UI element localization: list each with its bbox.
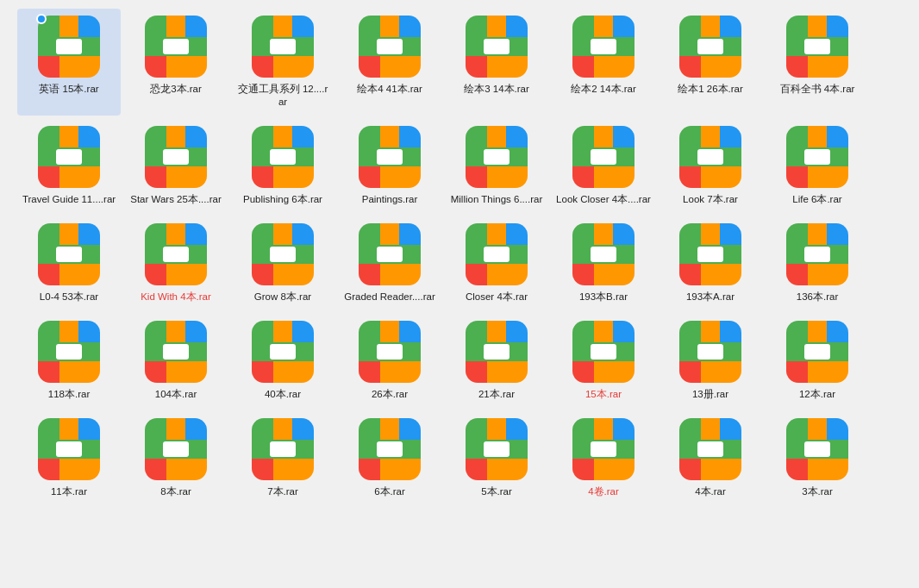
list-item[interactable]: 15本.rar [552, 314, 655, 408]
file-label: Life 6本.rar [792, 193, 841, 206]
file-label: Closer 4本.rar [466, 291, 528, 303]
file-icon [572, 223, 635, 285]
file-icon [145, 418, 207, 480]
file-label: L0-4 53本.rar [40, 291, 98, 303]
file-icon [679, 418, 741, 480]
file-grid: 英语 15本.rar恐龙3本.rar交通工具系列 12....rar绘本4 41… [0, 0, 919, 514]
list-item[interactable]: 5本.rar [445, 411, 548, 505]
list-item[interactable]: Look 7本.rar [659, 119, 762, 213]
file-icon [252, 223, 314, 285]
file-icon [679, 321, 741, 383]
list-item[interactable]: Graded Reader....rar [338, 216, 441, 310]
file-label: 13册.rar [692, 388, 728, 401]
list-item[interactable]: 8本.rar [124, 411, 228, 505]
file-label: 3本.rar [802, 485, 833, 498]
file-icon [38, 223, 100, 285]
file-label: Graded Reader....rar [344, 291, 434, 303]
file-icon [466, 321, 528, 383]
file-label: 英语 15本.rar [39, 83, 98, 96]
file-label: 193本B.rar [579, 291, 628, 303]
file-icon [786, 126, 848, 188]
file-icon [572, 126, 635, 188]
list-item[interactable]: 英语 15本.rar [17, 9, 121, 116]
list-item[interactable]: 193本A.rar [659, 216, 762, 310]
file-label: 交通工具系列 12....rar [235, 83, 330, 109]
file-icon [466, 16, 528, 78]
list-item[interactable]: 6本.rar [338, 411, 441, 505]
list-item[interactable]: 7本.rar [231, 411, 334, 505]
list-item[interactable]: 118本.rar [17, 314, 121, 408]
list-item[interactable]: 绘本4 41本.rar [338, 9, 441, 116]
file-icon [359, 126, 421, 188]
list-item[interactable]: Kid With 4本.rar [124, 216, 228, 310]
list-item[interactable]: L0-4 53本.rar [17, 216, 121, 310]
file-label: 26本.rar [372, 388, 408, 401]
file-icon [145, 16, 207, 78]
list-item[interactable]: 136本.rar [766, 216, 869, 310]
file-icon [572, 418, 635, 480]
list-item[interactable]: 恐龙3本.rar [124, 9, 228, 116]
list-item[interactable]: Life 6本.rar [766, 119, 869, 213]
file-label: 136本.rar [797, 291, 838, 303]
file-icon [359, 16, 421, 78]
list-item[interactable]: Travel Guide 11....rar [17, 119, 121, 213]
file-icon [359, 223, 421, 285]
file-label: 4卷.rar [588, 485, 619, 498]
file-label: 绘本1 26本.rar [678, 83, 743, 96]
file-icon [466, 418, 528, 480]
list-item[interactable]: 11本.rar [17, 411, 121, 505]
list-item[interactable]: 13册.rar [659, 314, 762, 408]
file-label: 15本.rar [585, 388, 622, 401]
list-item[interactable]: 绘本1 26本.rar [659, 9, 762, 116]
list-item[interactable]: 3本.rar [766, 411, 869, 505]
list-item[interactable]: 百科全书 4本.rar [766, 9, 869, 116]
file-icon [252, 418, 314, 480]
list-item[interactable]: 4本.rar [659, 411, 762, 505]
file-icon [786, 321, 848, 383]
file-icon [572, 321, 635, 383]
list-item[interactable]: Closer 4本.rar [445, 216, 548, 310]
list-item[interactable]: 12本.rar [766, 314, 869, 408]
file-label: Million Things 6....rar [451, 193, 543, 206]
file-label: 7本.rar [267, 485, 298, 498]
list-item[interactable]: Million Things 6....rar [445, 119, 548, 213]
file-label: 118本.rar [48, 388, 90, 401]
file-label: 4本.rar [695, 485, 726, 498]
file-icon [38, 16, 100, 78]
list-item[interactable]: Look Closer 4本....rar [552, 119, 655, 213]
file-label: 百科全书 4本.rar [780, 83, 855, 96]
list-item[interactable]: 26本.rar [338, 314, 441, 408]
file-icon [38, 418, 100, 480]
file-icon [572, 16, 635, 78]
file-icon [679, 223, 741, 285]
file-icon [252, 321, 314, 383]
file-icon [38, 126, 100, 188]
list-item[interactable]: 4卷.rar [552, 411, 655, 505]
list-item[interactable]: 绘本2 14本.rar [552, 9, 655, 116]
file-icon [679, 16, 741, 78]
file-label: Travel Guide 11....rar [22, 193, 116, 206]
list-item[interactable]: 21本.rar [445, 314, 548, 408]
list-item[interactable]: Paintings.rar [338, 119, 441, 213]
list-item[interactable]: Grow 8本.rar [231, 216, 334, 310]
file-label: Kid With 4本.rar [141, 291, 211, 303]
list-item[interactable]: 193本B.rar [552, 216, 655, 310]
list-item[interactable]: 绘本3 14本.rar [445, 9, 548, 116]
list-item[interactable]: Publishing 6本.rar [231, 119, 334, 213]
list-item[interactable]: 交通工具系列 12....rar [231, 9, 334, 116]
file-icon [466, 126, 528, 188]
file-icon [252, 16, 314, 78]
file-label: 8本.rar [160, 485, 191, 498]
file-icon [359, 418, 421, 480]
file-icon [786, 16, 848, 78]
list-item[interactable]: 104本.rar [124, 314, 228, 408]
file-label: 11本.rar [51, 485, 87, 498]
file-label: Grow 8本.rar [254, 291, 311, 303]
file-label: 40本.rar [265, 388, 301, 401]
file-label: Paintings.rar [362, 193, 418, 206]
file-icon [466, 223, 528, 285]
list-item[interactable]: 40本.rar [231, 314, 334, 408]
file-label: 绘本2 14本.rar [571, 83, 636, 96]
file-icon [786, 223, 848, 285]
list-item[interactable]: Star Wars 25本....rar [124, 119, 228, 213]
